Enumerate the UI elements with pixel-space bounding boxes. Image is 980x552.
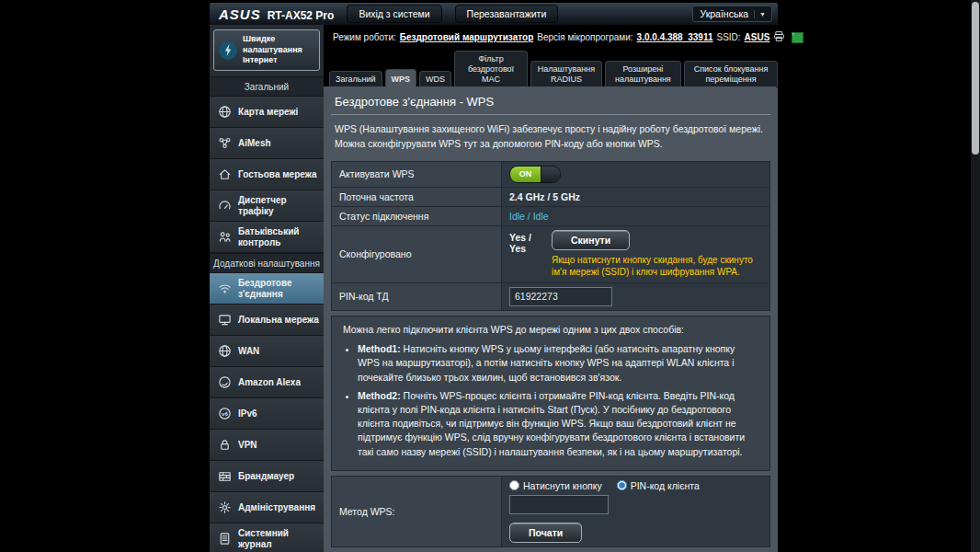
push-button-radio-option[interactable]: Натиснути кнопку xyxy=(509,480,602,491)
lan-icon xyxy=(216,312,233,328)
sidebar-item-label: Батьківський контроль xyxy=(238,226,321,247)
page-scrollbar[interactable] xyxy=(971,0,980,552)
sidebar-item-label: Гостьова мережа xyxy=(238,169,317,180)
push-button-radio[interactable] xyxy=(509,480,519,490)
ssid-label: SSID: xyxy=(716,32,740,42)
page-title: Бездротове з'єднання - WPS xyxy=(324,86,778,114)
firmware-label: Версія мікропрограми: xyxy=(537,32,632,42)
wps-method-table: Метод WPS: Натиснути кнопку PIN-код кліє… xyxy=(331,476,770,547)
sidebar-item-wireless[interactable]: Бездротове з'єднання xyxy=(210,273,324,305)
router-admin-app: ASUS RT-AX52 Pro Вихід з системи Перезав… xyxy=(210,3,778,552)
firmware-version-link[interactable]: 3.0.0.4.388_33911 xyxy=(637,32,713,42)
operation-mode-link[interactable]: Бездротовий маршрутизатор xyxy=(400,32,534,42)
guest-network-icon xyxy=(216,167,233,183)
sidebar-item-ipv6[interactable]: v6 IPv6 xyxy=(210,398,324,430)
ipv6-icon: v6 xyxy=(216,406,233,422)
ap-pin-input[interactable] xyxy=(509,287,612,306)
sidebar-item-aimesh[interactable]: AiMesh xyxy=(210,128,324,159)
push-button-radio-label: Натиснути кнопку xyxy=(523,480,602,491)
sidebar-section-advanced: Додаткові налаштування xyxy=(210,253,324,273)
sidebar-item-quick-setup[interactable]: Швидке налаштування Інтернет xyxy=(213,29,320,71)
wps-toggle[interactable]: ON xyxy=(509,166,561,183)
reboot-button[interactable]: Перезавантажити xyxy=(455,5,559,23)
method-prefix: Method1: xyxy=(358,343,401,354)
wireless-icon xyxy=(216,281,233,297)
language-label: Українська xyxy=(700,8,748,19)
sidebar-item-wan[interactable]: WAN xyxy=(210,336,324,367)
tab-roaming-block-list[interactable]: Список блокування переміщення xyxy=(684,61,778,87)
table-row: Активувати WPS ON xyxy=(332,161,770,187)
router-model: RT-AX52 Pro xyxy=(268,9,335,22)
table-row: Сконфігуровано Yes / Yes Скинути Якщо на… xyxy=(332,225,770,282)
sidebar-item-label: AiMesh xyxy=(238,138,271,149)
sidebar-item-label: Диспетчер трафіку xyxy=(238,195,321,216)
client-pin-radio-option[interactable]: PIN-код клієнта xyxy=(617,480,700,491)
top-bar: ASUS RT-AX52 Pro Вихід з системи Перезав… xyxy=(210,3,778,25)
client-pin-radio[interactable] xyxy=(617,480,627,490)
sidebar-item-guest-network[interactable]: Гостьова мережа xyxy=(210,159,324,190)
client-pin-radio-label: PIN-код клієнта xyxy=(631,480,700,491)
language-select[interactable]: Українська ▼ xyxy=(692,6,772,22)
status-bar: Режим роботи: Бездротовий маршрутизатор … xyxy=(324,25,778,48)
printer-icon[interactable] xyxy=(773,30,785,44)
sidebar-item-parental-controls[interactable]: Батьківський контроль xyxy=(210,222,324,253)
wps-settings-table: Активувати WPS ON Поточна частота 2.4 GH… xyxy=(331,161,770,311)
table-row: Поточна частота 2.4 GHz / 5 GHz xyxy=(332,187,770,206)
sidebar-section-general: Загальний xyxy=(210,76,324,97)
sidebar-item-lan[interactable]: Локальна мережа xyxy=(210,305,324,336)
reset-button[interactable]: Скинути xyxy=(552,230,630,250)
wps-method-label: Метод WPS: xyxy=(332,476,502,546)
sidebar-item-label: Бездротове з'єднання xyxy=(238,278,321,299)
firewall-icon xyxy=(216,468,233,485)
logout-button[interactable]: Вихід з системи xyxy=(347,5,441,23)
sidebar-item-label: Адміністрування xyxy=(238,502,315,513)
tab-wds[interactable]: WDS xyxy=(419,71,451,87)
method-item: Method2: Почніть WPS-процес клієнта і от… xyxy=(358,389,758,459)
start-button[interactable]: Почати xyxy=(509,523,582,543)
aimesh-icon xyxy=(216,135,233,152)
sidebar-item-label: Локальна мережа xyxy=(238,315,319,326)
quick-setup-icon xyxy=(219,41,237,60)
system-log-icon xyxy=(216,531,233,547)
method-text: Натисніть кнопку WPS у цьому інтерфейсі … xyxy=(358,343,735,382)
tab-general[interactable]: Загальний xyxy=(329,71,382,87)
current-band-value: 2.4 GHz / 5 GHz xyxy=(502,187,770,206)
wps-panel: Бездротове з'єднання - WPS WPS (Налаштув… xyxy=(324,86,778,552)
wps-methods-help: Можна легко підключити клієнта WPS до ме… xyxy=(331,316,770,471)
tab-wps[interactable]: WPS xyxy=(385,69,417,87)
tab-bar: Загальний WPS WDS Фільтр бездротової MAC… xyxy=(324,48,778,86)
vpn-icon xyxy=(216,437,233,454)
method-item: Method1: Натисніть кнопку WPS у цьому ін… xyxy=(358,342,758,385)
alexa-icon xyxy=(216,374,233,391)
network-map-icon xyxy=(216,104,233,121)
svg-text:v6: v6 xyxy=(222,410,228,417)
ssid-link[interactable]: ASUS xyxy=(745,32,770,42)
sidebar-item-firewall[interactable]: Брандмауер xyxy=(210,461,324,492)
tab-professional[interactable]: Розширені налаштування xyxy=(605,61,681,87)
sidebar-item-label: Системний журнал xyxy=(238,528,321,549)
sidebar-item-amazon-alexa[interactable]: Amazon Alexa xyxy=(210,367,324,398)
client-pin-input[interactable] xyxy=(509,495,609,514)
table-row: PIN-код ТД xyxy=(332,282,770,310)
sidebar-item-traffic-manager[interactable]: Диспетчер трафіку xyxy=(210,190,324,222)
scrollbar-thumb[interactable] xyxy=(972,2,979,155)
table-row: Статус підключення Idle / Idle xyxy=(332,206,770,225)
chevron-down-icon: ▼ xyxy=(754,10,768,18)
configured-label: Сконфігуровано xyxy=(332,225,502,282)
traffic-manager-icon xyxy=(216,198,233,214)
method-prefix: Method2: xyxy=(358,390,401,401)
sidebar-item-vpn[interactable]: VPN xyxy=(210,430,324,461)
tab-wireless-mac-filter[interactable]: Фільтр бездротової MAC xyxy=(454,51,528,86)
sidebar-item-administration[interactable]: Адміністрування xyxy=(210,492,324,523)
wan-icon xyxy=(216,343,233,360)
toggle-on-label: ON xyxy=(510,167,541,182)
sidebar-item-system-log[interactable]: Системний журнал xyxy=(210,523,324,552)
tab-radius-settings[interactable]: Налаштування RADIUS xyxy=(530,61,602,87)
configured-value: Yes / Yes xyxy=(509,230,541,254)
brand: ASUS RT-AX52 Pro xyxy=(215,6,334,22)
connection-status-label: Статус підключення xyxy=(332,206,502,225)
sidebar-item-network-map[interactable]: Карта мережі xyxy=(210,97,324,128)
current-band-label: Поточна частота xyxy=(332,187,502,206)
sidebar-item-label: Карта мережі xyxy=(238,107,298,118)
network-status-icon[interactable] xyxy=(792,32,803,43)
